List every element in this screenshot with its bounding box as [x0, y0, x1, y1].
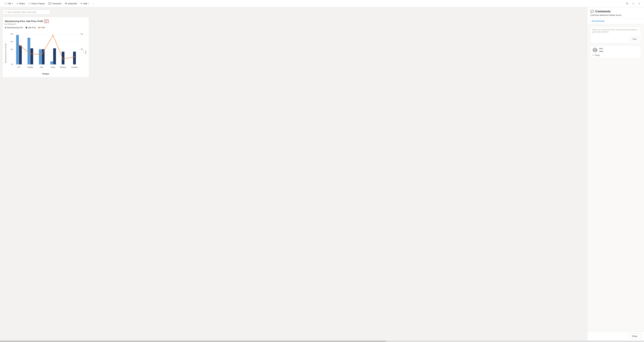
edit-chevron-icon: ▾	[88, 3, 89, 4]
bookmark-icon[interactable]: ☆	[631, 1, 636, 6]
profit-dot-carretera	[74, 56, 75, 57]
svg-text:4M: 4M	[81, 33, 83, 35]
svg-text:10K: 10K	[10, 48, 13, 50]
x-axis-label: Product	[8, 73, 84, 75]
fullscreen-icon[interactable]: ⤢	[637, 1, 642, 6]
profit-dot-paseo	[53, 35, 54, 36]
svg-text:Velo: Velo	[40, 66, 43, 68]
comment-button[interactable]: 💬 Comment	[47, 1, 63, 6]
reply-button[interactable]: ↩ Reply	[592, 54, 639, 56]
legend-label-profit: Profit	[40, 26, 45, 29]
bottom-scrollbar[interactable]	[0, 341, 644, 342]
comment-card-header: 📊 now hello	[592, 47, 639, 53]
visual-title: Manufacturing Price, Sale Price, Profit	[5, 20, 43, 22]
comments-footer: Close	[587, 332, 644, 341]
chat-in-teams-button[interactable]: ⬡ Chat in Teams	[27, 1, 46, 6]
comments-title-text: Comments	[595, 10, 611, 13]
comments-source: CONTOSO MANUFACTURING SALES	[590, 14, 641, 16]
bar-paseo-manuf	[50, 61, 53, 64]
avatar-svg: 📊	[593, 48, 597, 52]
qa-icon: ☐	[4, 11, 6, 13]
profit-line	[19, 35, 74, 59]
file-menu[interactable]: 📄 File ▾	[2, 1, 14, 6]
bar-velo-sale	[42, 49, 44, 64]
share-icon: ↗	[16, 2, 18, 5]
file-icon: 📄	[4, 2, 7, 5]
comment-label: Comment	[52, 2, 61, 5]
close-button[interactable]: Close	[628, 334, 641, 339]
chart-svg: 30K 20K 10K 0K 4M 2M	[8, 30, 84, 72]
more-button[interactable]: ···	[91, 1, 96, 6]
svg-text:Montana: Montana	[60, 66, 66, 68]
visual-comment-button[interactable]: 💬	[44, 19, 48, 23]
reply-icon: ↩	[592, 54, 594, 56]
comment-card-0: 📊 now hello ↩ Reply	[590, 45, 641, 58]
svg-text:Paseo: Paseo	[51, 66, 55, 68]
profit-dot-montana	[62, 59, 64, 60]
edit-button[interactable]: ✏ Edit ▾	[79, 1, 90, 6]
y2-axis-label: Profit	[85, 30, 86, 75]
comments-title: 💬 Comments	[590, 9, 641, 13]
bar-amarilla-manuf	[28, 38, 30, 64]
teams-icon: ⬡	[28, 2, 30, 5]
comments-sidebar: 💬 Comments CONTOSO MANUFACTURING SALES ‹…	[587, 7, 644, 341]
chart-legend: Manufacturing Price Sale Price Profit	[5, 26, 86, 29]
chart-inner: 30K 20K 10K 0K 4M 2M	[8, 30, 84, 75]
svg-text:2M: 2M	[81, 48, 83, 50]
bar-velo-manuf	[39, 49, 42, 64]
legend-dot-manuf	[5, 27, 6, 28]
legend-dot-profit	[38, 27, 40, 28]
main-area: ☐ Ask a question about your data Manufac…	[0, 7, 644, 341]
qa-bar[interactable]: ☐ Ask a question about your data	[2, 9, 50, 15]
chart-wrapper: Manufacturing Price and Sale ... 30K 20K…	[5, 30, 86, 75]
svg-text:Profit: Profit	[83, 49, 84, 52]
comment-text: hello	[599, 50, 639, 52]
more-label: ···	[92, 2, 94, 5]
svg-text:30K: 30K	[10, 33, 13, 35]
edit-label: Edit	[84, 2, 87, 5]
legend-item-profit: Profit	[38, 26, 45, 29]
bar-montana-sale	[62, 52, 64, 64]
svg-text:20K: 20K	[10, 41, 13, 42]
profit-dot-vtt	[18, 44, 19, 45]
toolbar-right: ↻ ☆ ⤢	[625, 1, 642, 6]
share-button[interactable]: ↗ Share	[15, 1, 26, 6]
qa-placeholder: Ask a question about your data	[8, 11, 36, 13]
svg-text:Amarilla: Amarilla	[28, 66, 33, 68]
visual-subtitle: BY PRODUCT	[5, 23, 86, 25]
edit-icon: ✏	[80, 2, 82, 5]
share-label: Share	[19, 2, 25, 5]
bar-amarilla-sale	[30, 48, 33, 64]
reply-label: Reply	[595, 54, 600, 56]
toolbar: 📄 File ▾ ↗ Share ⬡ Chat in Teams 💬 Comme…	[0, 0, 644, 7]
comments-nav-back[interactable]: ‹ All comments	[587, 18, 644, 24]
comment-content: now hello	[599, 47, 639, 52]
file-chevron-icon: ▾	[12, 3, 13, 4]
svg-text:0K: 0K	[11, 64, 13, 65]
back-icon: ‹	[590, 20, 591, 22]
chat-label: Chat in Teams	[32, 2, 45, 5]
comment-input-box: Enter your comments here, and @mention p…	[590, 26, 641, 43]
legend-item-sale: Sale Price	[26, 26, 36, 29]
post-button[interactable]: Post	[630, 37, 639, 41]
file-label: File	[8, 2, 11, 5]
legend-label-sale: Sale Price	[28, 26, 36, 29]
profit-dot-velo	[41, 54, 42, 55]
subscribe-label: Subscribe	[68, 2, 77, 5]
legend-label-manuf: Manufacturing Price	[7, 26, 23, 29]
svg-text:VTT: VTT	[18, 66, 20, 68]
back-label: All comments	[592, 20, 604, 22]
bar-vtt-manuf	[16, 35, 19, 64]
bar-paseo-sale	[53, 48, 56, 64]
refresh-icon[interactable]: ↻	[625, 1, 630, 6]
comment-icon: 💬	[48, 2, 51, 5]
y-axis-label: Manufacturing Price and Sale ...	[5, 30, 6, 75]
comments-header: 💬 Comments CONTOSO MANUFACTURING SALES	[587, 7, 644, 18]
comments-icon: 💬	[590, 9, 594, 13]
comments-body: Enter your comments here, and @mention p…	[587, 24, 644, 332]
svg-text:Carretera: Carretera	[71, 66, 78, 68]
comment-input-text[interactable]: Enter your comments here, and @mention p…	[592, 28, 639, 36]
legend-item-manuf: Manufacturing Price	[5, 26, 23, 29]
bar-carretera-sale	[73, 52, 76, 64]
subscribe-button[interactable]: ✉ Subscribe	[64, 1, 78, 6]
